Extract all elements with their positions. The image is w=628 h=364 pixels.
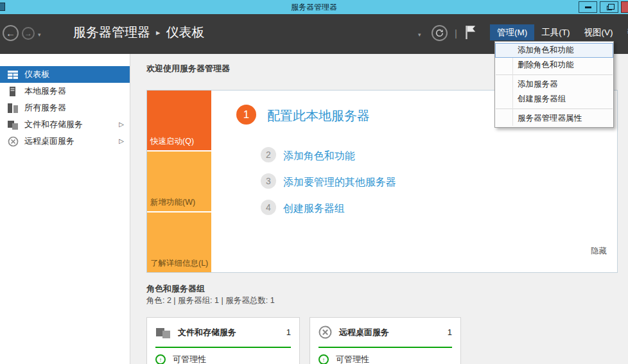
toolbar-separator: | bbox=[455, 28, 457, 39]
roles-section-summary: 角色: 2 | 服务器组: 1 | 服务器总数: 1 bbox=[146, 295, 275, 306]
sidebar-item-label: 文件和存储服务 bbox=[24, 119, 83, 130]
menu-separator bbox=[496, 108, 613, 109]
role-tile-title: 文件和存储服务 bbox=[178, 327, 286, 338]
breadcrumb-root[interactable]: 服务器管理器 bbox=[73, 25, 150, 39]
forward-button[interactable]: → bbox=[22, 27, 35, 40]
remote-desktop-icon bbox=[318, 325, 332, 339]
local-server-icon bbox=[7, 86, 19, 96]
sidebar-item-label: 本地服务器 bbox=[24, 85, 66, 97]
back-button[interactable]: ← bbox=[3, 25, 19, 41]
window-controls bbox=[576, 1, 628, 13]
sidebar-item-dashboard[interactable]: 仪表板 bbox=[0, 66, 130, 83]
manageability-label: 可管理性 bbox=[173, 354, 206, 364]
welcome-tabs-column: 快速启动(Q) 新增功能(W) 了解详细信息(L) bbox=[147, 91, 211, 272]
sidebar-item-all-servers[interactable]: 所有服务器 bbox=[0, 100, 130, 116]
tab-whats-new[interactable]: 新增功能(W) bbox=[147, 152, 211, 211]
menu-item-create-server-group[interactable]: 创建服务器组 bbox=[495, 92, 613, 107]
flag-icon bbox=[465, 24, 476, 40]
file-storage-icon bbox=[155, 326, 171, 339]
minimize-icon bbox=[585, 6, 591, 8]
manageability-label: 可管理性 bbox=[336, 354, 369, 364]
tab-label: 了解详细信息(L) bbox=[150, 258, 208, 269]
back-icon: ← bbox=[6, 28, 15, 39]
all-servers-icon bbox=[7, 103, 19, 113]
step-4-badge: 4 bbox=[261, 200, 276, 215]
remote-desktop-icon bbox=[7, 136, 19, 146]
refresh-icon bbox=[435, 29, 444, 37]
tab-label: 新增功能(W) bbox=[150, 197, 195, 208]
restore-button[interactable] bbox=[600, 1, 618, 13]
roles-section-heading: 角色和服务器组 bbox=[146, 283, 205, 295]
menu-item-add-roles-features[interactable]: 添加角色和功能 bbox=[495, 43, 613, 58]
breadcrumb: 服务器管理器▸仪表板 bbox=[73, 24, 205, 41]
role-tile-remote-desktop-services: 远程桌面服务 1 ↑ 可管理性 bbox=[310, 317, 461, 364]
server-manager-window: 服务器管理器 ← → ▾ 服务器管理器▸仪表板 ▾ | bbox=[0, 0, 628, 364]
menu-manage[interactable]: 管理(M) bbox=[490, 24, 534, 40]
step-create-server-group-link[interactable]: 创建服务器组 bbox=[283, 202, 345, 216]
manage-menu-dropdown: 添加角色和功能 删除角色和功能 添加服务器 创建服务器组 服务器管理器属性 bbox=[494, 41, 614, 128]
menu-tools[interactable]: 工具(T) bbox=[534, 24, 577, 40]
menu-item-remove-roles-features[interactable]: 删除角色和功能 bbox=[495, 58, 613, 73]
sidebar: 仪表板 本地服务器 所有服务器 文件和存储服务 ▷ 远程桌面服务 bbox=[0, 54, 130, 364]
manageability-row[interactable]: ↑ 可管理性 bbox=[310, 348, 460, 364]
welcome-heading: 欢迎使用服务器管理器 bbox=[146, 63, 230, 74]
breadcrumb-separator-icon: ▸ bbox=[156, 28, 161, 37]
menu-view[interactable]: 视图(V) bbox=[577, 24, 620, 40]
window-title: 服务器管理器 bbox=[0, 2, 628, 13]
refresh-dropdown-icon[interactable]: ▾ bbox=[418, 31, 421, 38]
expand-arrow-icon[interactable]: ▷ bbox=[119, 137, 124, 144]
manageability-row[interactable]: ↑ 可管理性 bbox=[147, 348, 299, 364]
sidebar-item-local-server[interactable]: 本地服务器 bbox=[0, 83, 130, 100]
role-tile-count: 1 bbox=[448, 327, 452, 337]
role-tile-title: 远程桌面服务 bbox=[339, 327, 448, 338]
menu-bar: 管理(M) 工具(T) 视图(V) 帮助(H) bbox=[490, 24, 628, 40]
role-tile-count: 1 bbox=[286, 327, 291, 337]
menu-help[interactable]: 帮助(H) bbox=[620, 24, 628, 40]
sidebar-item-file-storage-services[interactable]: 文件和存储服务 ▷ bbox=[0, 116, 130, 133]
menu-item-server-manager-properties[interactable]: 服务器管理器属性 bbox=[495, 111, 613, 126]
step-add-other-servers-link[interactable]: 添加要管理的其他服务器 bbox=[283, 176, 396, 189]
tab-quick-start[interactable]: 快速启动(Q) bbox=[147, 91, 211, 150]
title-bar: 服务器管理器 bbox=[0, 0, 628, 14]
step-2-badge: 2 bbox=[261, 147, 276, 162]
refresh-button[interactable] bbox=[432, 25, 448, 41]
dashboard-icon bbox=[7, 69, 19, 80]
hide-welcome-link[interactable]: 隐藏 bbox=[591, 246, 607, 257]
role-tile-header[interactable]: 文件和存储服务 1 bbox=[147, 318, 299, 347]
sidebar-item-label: 远程桌面服务 bbox=[24, 135, 74, 147]
forward-icon: → bbox=[24, 29, 32, 38]
close-button[interactable] bbox=[621, 1, 628, 13]
step-3-badge: 3 bbox=[261, 173, 276, 189]
tab-label: 快速启动(Q) bbox=[150, 136, 194, 147]
status-up-icon: ↑ bbox=[155, 354, 166, 364]
sidebar-item-label: 所有服务器 bbox=[24, 102, 66, 114]
step-1-badge: 1 bbox=[236, 105, 256, 125]
menu-item-add-servers[interactable]: 添加服务器 bbox=[495, 77, 613, 92]
breadcrumb-current: 仪表板 bbox=[166, 25, 205, 39]
expand-arrow-icon[interactable]: ▷ bbox=[119, 121, 124, 128]
status-up-icon: ↑ bbox=[318, 354, 329, 364]
sidebar-item-remote-desktop-services[interactable]: 远程桌面服务 ▷ bbox=[0, 133, 130, 150]
tab-learn-more[interactable]: 了解详细信息(L) bbox=[147, 212, 211, 272]
step-add-roles-features-link[interactable]: 添加角色和功能 bbox=[283, 150, 355, 163]
role-tile-header[interactable]: 远程桌面服务 1 bbox=[310, 318, 460, 347]
restore-icon bbox=[607, 6, 612, 10]
nav-history-dropdown-icon[interactable]: ▾ bbox=[38, 31, 41, 38]
notifications-flag-button[interactable] bbox=[465, 24, 476, 42]
menu-separator bbox=[496, 74, 613, 75]
file-storage-icon bbox=[7, 119, 19, 130]
role-tile-file-storage-services: 文件和存储服务 1 ↑ 可管理性 bbox=[146, 317, 300, 364]
minimize-button[interactable] bbox=[579, 1, 597, 13]
step-configure-local-server-link[interactable]: 配置此本地服务器 bbox=[267, 107, 370, 125]
sidebar-item-label: 仪表板 bbox=[24, 69, 49, 80]
